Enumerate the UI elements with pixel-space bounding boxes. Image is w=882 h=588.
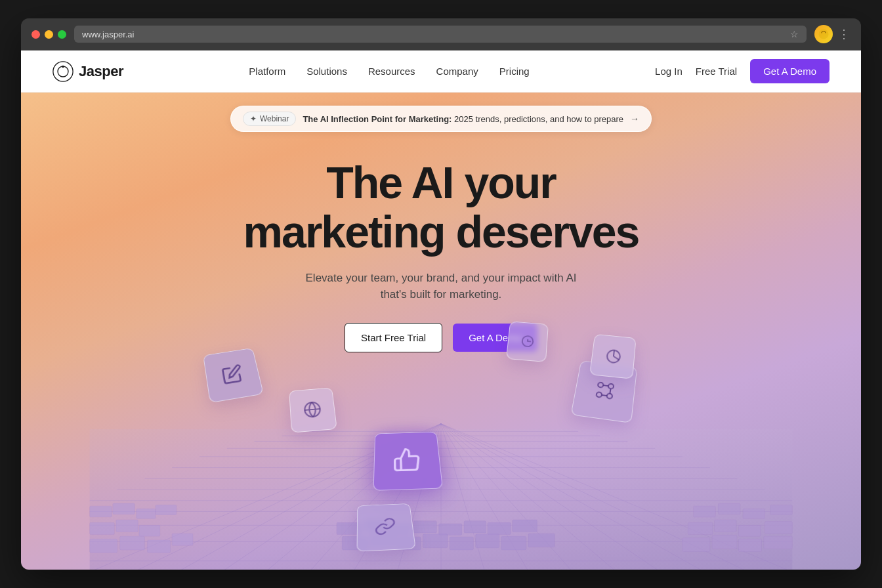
svg-rect-73 [528,533,555,547]
traffic-lights [32,30,66,39]
webinar-title: The AI Inflection Point for Marketing: [303,114,452,124]
svg-rect-62 [439,523,462,535]
svg-rect-63 [464,520,486,532]
login-link[interactable]: Log In [655,66,682,77]
svg-rect-55 [712,535,737,549]
svg-rect-48 [743,509,765,518]
browser-menu-icon[interactable]: ⋮ [838,27,850,41]
hero-title-line1: The AI your [326,158,556,207]
svg-rect-54 [682,537,710,551]
svg-point-2 [58,66,68,77]
website-content: Jasper Platform Solutions Resources Comp… [21,51,861,570]
svg-rect-43 [120,536,145,550]
svg-rect-61 [413,520,436,532]
svg-rect-58 [337,522,362,534]
nav-item-pricing[interactable]: Pricing [499,66,530,77]
nav-item-platform[interactable]: Platform [249,66,285,77]
get-demo-button[interactable]: Get A Demo [750,59,830,83]
svg-rect-66 [342,536,368,550]
svg-rect-72 [501,536,526,550]
svg-point-0 [819,30,829,39]
svg-rect-53 [765,521,793,533]
svg-rect-56 [738,539,761,551]
minimize-button[interactable] [45,30,53,39]
svg-rect-69 [423,534,448,547]
svg-rect-65 [513,520,537,532]
hero-subtitle: Elevate your team, your brand, and your … [243,270,639,303]
webinar-arrow-icon: → [630,114,639,124]
svg-rect-45 [172,533,193,545]
nav-item-company[interactable]: Company [436,66,478,77]
free-trial-link[interactable]: Free Trial [696,66,737,77]
svg-rect-39 [90,522,115,534]
hero-section: ✦ Webinar The AI Inflection Point for Ma… [21,93,861,570]
browser-window: www.jasper.ai ☆ ⋮ Jasper [21,18,861,570]
svg-rect-51 [715,520,736,532]
svg-rect-64 [488,522,511,534]
svg-rect-49 [770,505,792,514]
browser-actions: ⋮ [814,25,850,43]
svg-rect-52 [738,525,760,536]
hero-cta: Start Free Trial Get A Demo [243,323,639,352]
svg-rect-47 [718,503,740,514]
webinar-tag-label: Webinar [260,114,289,123]
svg-rect-59 [364,520,387,532]
webinar-icon: ✦ [250,114,257,123]
webinar-description: 2025 trends, predictions, and how to pre… [454,114,623,124]
svg-rect-71 [476,534,499,547]
nav-actions: Log In Free Trial Get A Demo [655,59,830,83]
svg-rect-67 [371,533,396,547]
close-button[interactable] [32,30,40,39]
hero-content: The AI your marketing deserves Elevate y… [217,158,665,352]
logo-link[interactable]: Jasper [52,61,123,82]
svg-rect-46 [694,506,715,517]
webinar-text: The AI Inflection Point for Marketing: 2… [303,114,623,124]
svg-rect-41 [139,525,160,536]
browser-chrome: www.jasper.ai ☆ ⋮ [21,18,861,51]
nav-item-solutions[interactable]: Solutions [306,66,347,77]
nav-links: Platform Solutions Resources Company Pri… [249,66,529,77]
hero-title-line2: marketing deserves [243,207,639,257]
svg-rect-44 [147,539,170,552]
svg-rect-50 [688,522,713,534]
svg-rect-57 [764,536,792,549]
webinar-banner[interactable]: ✦ Webinar The AI Inflection Point for Ma… [230,106,652,132]
svg-rect-68 [397,536,421,549]
svg-rect-70 [450,536,473,549]
svg-rect-37 [136,509,156,518]
start-free-trial-button[interactable]: Start Free Trial [345,323,442,352]
logo-text: Jasper [79,63,123,80]
maximize-button[interactable] [58,30,66,39]
get-demo-hero-button[interactable]: Get A Demo [453,324,537,352]
navbar: Jasper Platform Solutions Resources Comp… [21,51,861,93]
bookmark-icon[interactable]: ☆ [790,29,799,39]
svg-rect-38 [156,505,177,514]
svg-point-1 [53,61,73,81]
svg-rect-35 [90,506,112,517]
webinar-tag: ✦ Webinar [243,112,296,126]
url-text: www.jasper.ai [82,30,134,39]
address-bar[interactable]: www.jasper.ai ☆ [74,26,807,43]
svg-point-3 [62,65,64,68]
nav-item-resources[interactable]: Resources [368,66,415,77]
svg-rect-36 [113,503,135,514]
hero-title: The AI your marketing deserves [243,158,639,257]
svg-rect-42 [90,539,117,553]
svg-rect-40 [116,520,138,532]
profile-avatar[interactable] [814,25,833,43]
logo-icon [52,61,74,82]
